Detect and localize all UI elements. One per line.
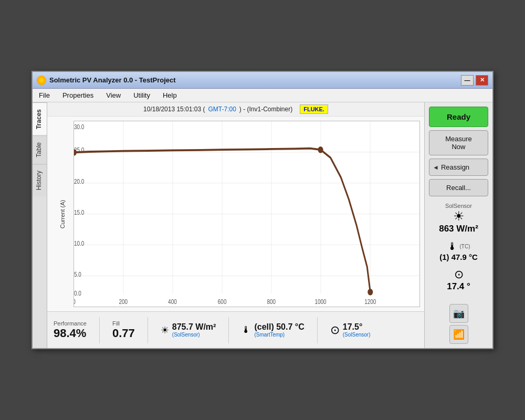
svg-text:800: 800: [267, 298, 276, 305]
divider3: [228, 317, 229, 343]
temp-row: 🌡 (TC): [429, 240, 488, 253]
angle-value: 17.5°: [343, 322, 363, 332]
fluke-badge: FLUKE.: [300, 104, 328, 114]
divider2: [148, 317, 148, 343]
svg-text:20.0: 20.0: [74, 177, 84, 184]
sun-icon-sensor: ☀: [429, 209, 488, 224]
stat-performance: Performance 98.4%: [54, 320, 87, 340]
angle-icon-sensor: ⊙: [429, 268, 488, 281]
sensor-angle: 17.4 °: [429, 281, 488, 292]
therm-icon-stats: 🌡: [242, 324, 251, 335]
close-button[interactable]: ✕: [476, 75, 488, 86]
tab-traces[interactable]: Traces: [33, 102, 47, 135]
left-tabs: Traces Table History: [33, 102, 47, 348]
svg-point-29: [368, 289, 373, 296]
signal-button[interactable]: 📶: [449, 325, 468, 344]
menu-utility[interactable]: Utility: [131, 90, 152, 100]
fill-value: 0.77: [112, 327, 135, 340]
sensor-section: SolSensor ☀ 863 W/m²: [429, 203, 488, 234]
svg-text:200: 200: [119, 298, 128, 305]
svg-text:15.0: 15.0: [74, 209, 84, 216]
sensor-temp: (1) 47.9 °C: [429, 253, 488, 261]
minimize-button[interactable]: —: [461, 75, 474, 86]
chart-header: 10/18/2013 15:01:03 (GMT-7:00) - (Inv1-C…: [47, 102, 424, 117]
temp-section: 🌡 (TC) (1) 47.9 °C: [429, 240, 488, 261]
svg-text:0.0: 0.0: [74, 289, 81, 296]
temp-sub: (SmartTemp): [254, 332, 285, 338]
angle-section: ⊙ 17.4 °: [429, 268, 488, 292]
irradiance-sub: (SolSensor): [172, 332, 200, 338]
chart-svg: 0.0 5.0 10.0 15.0 20.0 25.0 30.0 0 200 4…: [74, 121, 419, 307]
ready-button[interactable]: Ready: [429, 107, 488, 127]
stat-irradiance-group: ☀ 875.7 W/m² (SolSensor): [161, 322, 216, 338]
angle-sub: (SolSensor): [343, 332, 371, 338]
svg-text:1200: 1200: [364, 298, 376, 305]
main-panel: 10/18/2013 15:01:03 (GMT-7:00) - (Inv1-C…: [47, 102, 424, 348]
stat-irradiance: 875.7 W/m² (SolSensor): [172, 322, 216, 338]
tc-label: (TC): [460, 244, 470, 249]
chart-area: Current (A): [47, 117, 424, 311]
bottom-icons: 📷 📶: [429, 304, 488, 344]
gmt-link[interactable]: GMT-7:00: [208, 106, 236, 113]
tab-history[interactable]: History: [33, 164, 47, 196]
svg-text:600: 600: [218, 298, 227, 305]
menu-bar: File Properties View Utility Help: [33, 89, 492, 102]
svg-text:400: 400: [168, 298, 177, 305]
right-panel: Ready Measure Now ◄ Reassign Recall... S…: [424, 102, 492, 348]
chart-date: 10/18/2013 15:01:03 (: [143, 106, 205, 113]
fill-label: Fill: [112, 320, 120, 327]
stat-fill: Fill 0.77: [112, 320, 135, 340]
svg-point-28: [318, 146, 323, 153]
stats-bar: Performance 98.4% Fill 0.77 ☀ 875.7 W/m²…: [47, 311, 424, 348]
stat-temp: (cell) 50.7 °C (SmartTemp): [254, 322, 304, 338]
temp-value: (cell) 50.7 °C: [254, 322, 304, 332]
therm-icon-sensor: 🌡: [447, 240, 458, 253]
performance-value: 98.4%: [54, 327, 86, 340]
svg-text:10.0: 10.0: [74, 240, 84, 247]
svg-text:5.0: 5.0: [74, 271, 81, 278]
recall-button[interactable]: Recall...: [429, 179, 488, 196]
sun-icon-stats: ☀: [161, 324, 169, 336]
measure-now-button[interactable]: Measure Now: [429, 130, 488, 155]
chevron-left-icon: ◄: [433, 164, 439, 171]
performance-label: Performance: [54, 320, 87, 327]
tab-table[interactable]: Table: [33, 135, 47, 164]
window-title: Solmetric PV Analyzer 0.0 - TestProject: [49, 76, 176, 84]
stat-angle-group: ⊙ 17.5° (SolSensor): [330, 322, 371, 338]
irradiance-value: 875.7 W/m²: [172, 322, 216, 332]
menu-file[interactable]: File: [37, 90, 52, 100]
menu-properties[interactable]: Properties: [60, 90, 96, 100]
reassign-button[interactable]: ◄ Reassign: [429, 159, 488, 176]
y-axis-label: Current (A): [59, 200, 66, 228]
svg-text:0: 0: [74, 298, 76, 305]
camera-button[interactable]: 📷: [449, 304, 468, 323]
chart-container: 0.0 5.0 10.0 15.0 20.0 25.0 30.0 0 200 4…: [74, 121, 420, 307]
divider4: [317, 317, 318, 343]
menu-help[interactable]: Help: [161, 90, 179, 100]
title-bar-left: Solmetric PV Analyzer 0.0 - TestProject: [37, 76, 176, 85]
svg-text:30.0: 30.0: [74, 123, 84, 130]
title-buttons: — ✕: [461, 75, 488, 86]
main-window: Solmetric PV Analyzer 0.0 - TestProject …: [32, 71, 494, 349]
stat-temp-group: 🌡 (cell) 50.7 °C (SmartTemp): [242, 322, 304, 338]
stat-angle: 17.5° (SolSensor): [343, 322, 371, 338]
content-area: Traces Table History 10/18/2013 15:01:03…: [33, 102, 492, 348]
sensor-irradiance: 863 W/m²: [429, 224, 488, 234]
svg-text:1000: 1000: [314, 298, 326, 305]
app-icon: [37, 76, 46, 85]
menu-view[interactable]: View: [104, 90, 123, 100]
title-bar: Solmetric PV Analyzer 0.0 - TestProject …: [33, 72, 492, 89]
sensor-label: SolSensor: [429, 203, 488, 209]
divider1: [99, 317, 100, 343]
angle-icon-stats: ⊙: [330, 323, 340, 337]
chart-suffix: ) - (Inv1-Combiner): [239, 106, 292, 113]
